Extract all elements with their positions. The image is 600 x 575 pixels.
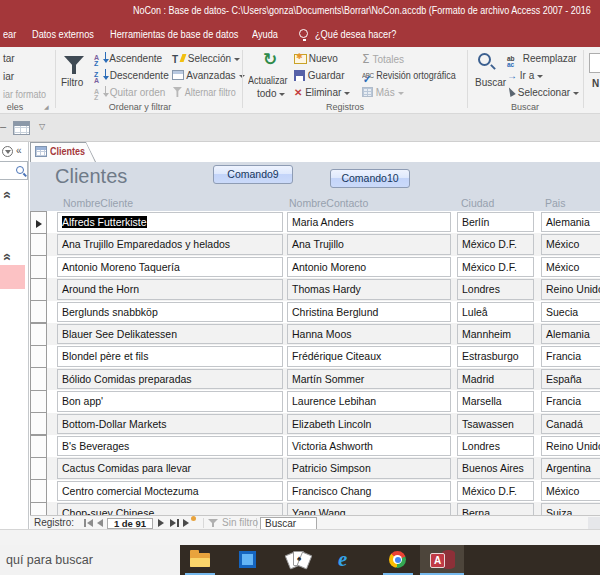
cell-pais[interactable]: Reino Unido [541, 279, 600, 299]
cell-ciudad[interactable]: México D.F. [457, 481, 534, 501]
cell-pais[interactable]: Francia [541, 391, 600, 411]
cell-ciudad[interactable]: Marsella [457, 391, 534, 411]
bold-button-fragment[interactable]: N [592, 78, 599, 89]
cell-ciudad[interactable]: Estrasburgo [457, 346, 534, 366]
cell-ciudad[interactable]: Londres [457, 279, 534, 299]
taskbar-solitaire-button[interactable]: ♠ [278, 545, 318, 575]
nav-pane-menu-icon[interactable] [2, 146, 13, 157]
paste-fragment[interactable]: tar [3, 53, 15, 64]
next-record-button[interactable] [158, 516, 164, 530]
taskbar-chrome-button[interactable] [378, 545, 418, 575]
filter-status[interactable]: Sin filtro [222, 517, 258, 528]
row-selector[interactable] [30, 345, 47, 368]
cell-nombrecontacto[interactable]: Martín Sommer [287, 369, 451, 389]
cell-ciudad[interactable]: México D.F. [457, 234, 534, 254]
clear-sort-button[interactable]: AZ Quitar orden [94, 85, 165, 101]
record-position-box[interactable]: 1 de 91 [107, 518, 153, 529]
cell-pais[interactable]: Alemania [541, 212, 600, 232]
cell-pais[interactable]: Francia [541, 346, 600, 366]
cell-pais[interactable]: Reino Unido [541, 436, 600, 456]
spelling-button[interactable]: ABC✓ Revisión ortográfica [362, 68, 456, 84]
taskbar-explorer-button[interactable] [180, 545, 220, 575]
record-search-box[interactable]: Buscar [260, 517, 317, 530]
collapse-chevron-icon[interactable]: « [0, 191, 16, 197]
cell-pais[interactable]: Argentina [541, 458, 600, 478]
row-selector[interactable] [30, 233, 47, 256]
more-button[interactable]: Más [362, 85, 404, 101]
format-painter-fragment[interactable]: iar formato [3, 89, 46, 100]
cell-nombrecliente[interactable]: Bólido Comidas preparadas [57, 369, 283, 389]
cell-pais[interactable]: México [541, 481, 600, 501]
sort-asc-button[interactable]: AZ Ascendente [94, 51, 162, 67]
taskbar-access-button[interactable]: A [420, 545, 464, 575]
cell-pais[interactable]: Suecia [541, 302, 600, 322]
cell-ciudad[interactable]: Tsawassen [457, 414, 534, 434]
cell-ciudad[interactable]: Berlín [457, 212, 534, 232]
delete-button[interactable]: ✕ Eliminar [294, 85, 350, 101]
cell-nombrecliente[interactable]: Ana Trujillo Emparedados y helados [57, 234, 283, 254]
tab-datos-externos[interactable]: Datos externos [32, 22, 94, 47]
cell-ciudad[interactable]: Madrid [457, 369, 534, 389]
goto-button[interactable]: → Ir a [507, 68, 543, 84]
row-selector[interactable] [30, 479, 47, 502]
selection-button[interactable]: T Selección [172, 51, 240, 67]
cell-nombrecontacto[interactable]: Patricio Simpson [287, 458, 451, 478]
cell-nombrecliente[interactable]: Blondel père et fils [57, 346, 283, 366]
row-selector[interactable] [30, 435, 47, 458]
row-selector[interactable] [30, 300, 47, 323]
cell-ciudad[interactable]: Mannheim [457, 324, 534, 344]
row-selector[interactable] [30, 211, 47, 234]
totals-button[interactable]: Σ Totales [362, 51, 404, 67]
sort-desc-button[interactable]: ZA Descendente [94, 68, 169, 84]
taskbar-photos-button[interactable] [228, 545, 268, 575]
tab-ayuda[interactable]: Ayuda [252, 22, 278, 47]
row-selector[interactable] [30, 278, 47, 301]
clipboard-dialog-launcher[interactable]: ◢ [44, 103, 49, 110]
cell-pais[interactable]: Canadá [541, 414, 600, 434]
filter-button[interactable]: Filtro [61, 77, 83, 88]
cell-nombrecontacto[interactable]: Christina Berglund [287, 302, 451, 322]
cell-nombrecontacto[interactable]: Victoria Ashworth [287, 436, 451, 456]
cell-nombrecliente[interactable]: Around the Horn [57, 279, 283, 299]
advanced-button[interactable]: Avanzadas [172, 68, 245, 84]
prev-record-button[interactable] [97, 516, 103, 530]
row-selector[interactable] [30, 457, 47, 480]
first-record-button[interactable] [84, 516, 93, 530]
cell-pais[interactable]: México [541, 234, 600, 254]
tab-crear-fragment[interactable]: ear [3, 22, 16, 47]
cell-nombrecontacto[interactable]: Ana Trujillo [287, 234, 451, 254]
cell-nombrecliente[interactable]: Cactus Comidas para llevar [57, 458, 283, 478]
row-selector[interactable] [30, 255, 47, 278]
cell-ciudad[interactable]: Buenos Aires [457, 458, 534, 478]
font-box-fragment[interactable] [589, 53, 600, 73]
cell-pais[interactable]: México [541, 257, 600, 277]
document-tab-clientes[interactable]: Clientes [30, 142, 96, 162]
cell-nombrecontacto[interactable]: Francisco Chang [287, 481, 451, 501]
cell-nombrecliente[interactable]: B's Beverages [57, 436, 283, 456]
cell-nombrecliente[interactable]: Berglunds snabbköp [57, 302, 283, 322]
cell-nombrecliente[interactable]: Antonio Moreno Taquería [57, 257, 283, 277]
taskbar-search-box[interactable]: quí para buscar [0, 545, 180, 575]
save-button[interactable]: Guardar [294, 68, 344, 84]
cell-nombrecliente[interactable]: Bottom-Dollar Markets [57, 414, 283, 434]
last-record-button[interactable] [170, 516, 179, 530]
qat-fragment-icon[interactable]: – [0, 120, 6, 132]
cell-nombrecontacto[interactable]: Thomas Hardy [287, 279, 451, 299]
row-selector[interactable] [30, 390, 47, 413]
datasheet-view-icon[interactable] [13, 121, 30, 135]
cell-nombrecliente[interactable]: Blauer See Delikatessen [57, 324, 283, 344]
refresh-all-label1[interactable]: Actualizar [248, 75, 288, 86]
cell-ciudad[interactable]: Luleå [457, 302, 534, 322]
new-record-nav-button[interactable] [183, 516, 189, 530]
row-selector[interactable] [30, 323, 47, 346]
cell-pais[interactable]: España [541, 369, 600, 389]
qat-dropdown-icon[interactable]: ▽ [39, 122, 45, 131]
toggle-filter-button[interactable]: Alternar filtro [172, 85, 236, 101]
tab-herramientas[interactable]: Herramientas de base de datos [110, 22, 238, 47]
new-record-button[interactable]: Nuevo [294, 51, 338, 67]
cell-nombrecontacto[interactable]: Frédérique Citeaux [287, 346, 451, 366]
hscrollbar-fragment[interactable] [588, 517, 600, 529]
replace-button[interactable]: abac Reemplazar [507, 51, 577, 67]
copy-fragment[interactable]: iar [3, 71, 14, 82]
cell-nombrecontacto[interactable]: Elizabeth Lincoln [287, 414, 451, 434]
